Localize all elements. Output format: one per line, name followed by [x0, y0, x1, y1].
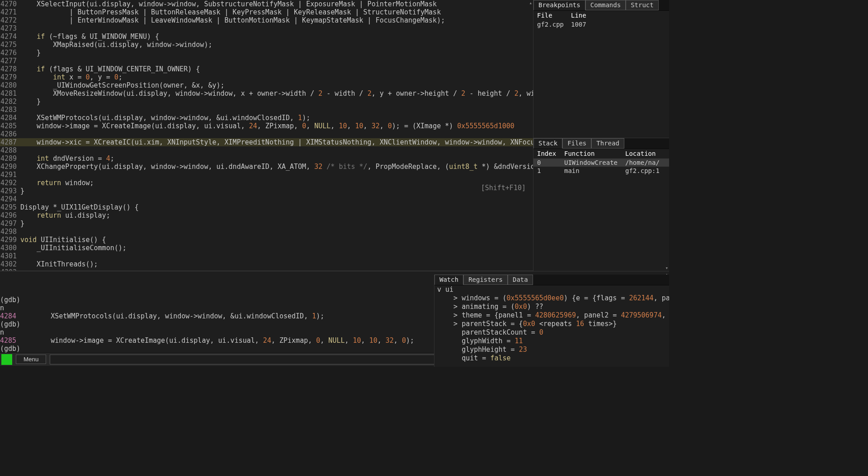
- watch-root[interactable]: v ui: [434, 285, 669, 294]
- line-number: 4291: [0, 171, 20, 179]
- code-line[interactable]: 4278 if (flags & UI_WINDOW_CENTER_IN_OWN…: [0, 65, 533, 73]
- line-number: 4274: [0, 33, 20, 41]
- tab-data[interactable]: Data: [508, 275, 533, 285]
- line-number: 4278: [0, 65, 20, 73]
- line-number: 4292: [0, 179, 20, 187]
- code-line[interactable]: 4285 window->image = XCreateImage(ui.dis…: [0, 122, 533, 130]
- code-line[interactable]: 4277: [0, 57, 533, 65]
- tab-commands[interactable]: Commands: [585, 0, 626, 10]
- line-number: 4275: [0, 41, 20, 49]
- scroll-down-icon[interactable]: ▾: [665, 265, 668, 271]
- code-line[interactable]: 4294: [0, 195, 533, 203]
- code-line[interactable]: 4290 XChangeProperty(ui.display, window-…: [0, 163, 533, 171]
- line-content: Display *_UIX11GetDisplay() {: [20, 203, 533, 211]
- code-line[interactable]: 4297}: [0, 219, 533, 228]
- tab-breakpoints[interactable]: Breakpoints: [533, 0, 585, 10]
- code-line[interactable]: 4274 if (~flags & UI_WINDOW_MENU) {: [0, 33, 533, 41]
- code-line[interactable]: 4295Display *_UIX11GetDisplay() {: [0, 203, 533, 211]
- code-line[interactable]: 4286: [0, 130, 533, 138]
- line-number: 4280: [0, 81, 20, 89]
- code-line[interactable]: 4301: [0, 252, 533, 260]
- breakpoints-header: File Line: [533, 11, 669, 20]
- code-line[interactable]: 4282 }: [0, 98, 533, 106]
- line-content: int x = 0, y = 0;: [20, 73, 533, 81]
- line-content: }: [20, 219, 533, 228]
- tab-struct[interactable]: Struct: [626, 0, 659, 10]
- watch-item[interactable]: quit = false: [434, 354, 669, 363]
- line-number: 4281: [0, 89, 20, 98]
- menu-button[interactable]: Menu: [16, 355, 46, 364]
- code-line[interactable]: 4289 int dndVersion = 4;: [0, 154, 533, 163]
- line-number: 4282: [0, 98, 20, 106]
- code-line[interactable]: 4293}: [0, 187, 533, 195]
- stack-frame-row[interactable]: 0UIWindowCreate/home/na/: [533, 159, 669, 167]
- line-content: XSetWMProtocols(ui.display, window->wind…: [20, 114, 533, 122]
- stack-frame-row[interactable]: 1maingf2.cpp:1: [533, 167, 669, 175]
- code-line[interactable]: 4302 XInitThreads();: [0, 260, 533, 268]
- line-number: 4272: [0, 16, 20, 24]
- code-line[interactable]: 4281 XMoveResizeWindow(ui.display, windo…: [0, 89, 533, 98]
- code-line[interactable]: 4276 }: [0, 49, 533, 57]
- code-line[interactable]: 4296 return ui.display;: [0, 211, 533, 219]
- line-number: 4289: [0, 154, 20, 163]
- line-number: 4279: [0, 73, 20, 81]
- code-line[interactable]: 4270 XSelectInput(ui.display, window->wi…: [0, 0, 533, 8]
- tab-watch[interactable]: Watch: [434, 275, 463, 285]
- col-function: Function: [564, 150, 625, 158]
- code-line[interactable]: 4287 window->xic = XCreateIC(ui.xim, XNI…: [0, 138, 533, 146]
- line-number: 4294: [0, 195, 20, 203]
- code-line[interactable]: 4275 XMapRaised(ui.display, window->wind…: [0, 41, 533, 49]
- line-number: 4298: [0, 228, 20, 236]
- code-line[interactable]: 4272 | EnterWindowMask | LeaveWindowMask…: [0, 16, 533, 24]
- watch-tabs: WatchRegistersData: [434, 275, 669, 285]
- line-number: 4300: [0, 244, 20, 252]
- tab-thread[interactable]: Thread: [591, 138, 624, 149]
- code-line[interactable]: 4292 return window;: [0, 179, 533, 187]
- line-number: 4296: [0, 211, 20, 219]
- line-content: _UIWindowGetScreenPosition(owner, &x, &y…: [20, 81, 533, 89]
- breakpoint-row[interactable]: gf2.cpp1007: [533, 20, 669, 29]
- line-content: window->image = XCreateImage(ui.display,…: [20, 122, 533, 130]
- scroll-up-icon[interactable]: ▴: [529, 0, 532, 6]
- code-line[interactable]: 4280 _UIWindowGetScreenPosition(owner, &…: [0, 81, 533, 89]
- watch-item[interactable]: > animating = (0x0) ??: [434, 303, 669, 311]
- line-content: return window;: [20, 179, 533, 187]
- line-number: 4301: [0, 252, 20, 260]
- tab-files[interactable]: Files: [562, 138, 591, 149]
- tab-stack[interactable]: Stack: [533, 138, 562, 149]
- code-line[interactable]: 4298: [0, 228, 533, 236]
- watch-item[interactable]: glyphHeight = 23: [434, 345, 669, 354]
- line-number: 4285: [0, 122, 20, 130]
- code-line[interactable]: 4284 XSetWMProtocols(ui.display, window-…: [0, 114, 533, 122]
- code-line[interactable]: 4291: [0, 171, 533, 179]
- watch-item[interactable]: glyphWidth = 11: [434, 337, 669, 345]
- code-line[interactable]: 4300 _UIInitialiseCommon();: [0, 244, 533, 252]
- code-line[interactable]: 4271 | ButtonPressMask | ButtonReleaseMa…: [0, 8, 533, 16]
- line-number: 4284: [0, 114, 20, 122]
- line-number: 4276: [0, 49, 20, 57]
- line-content: | EnterWindowMask | LeaveWindowMask | Bu…: [20, 16, 533, 24]
- watch-item[interactable]: > windows = (0x5555565d0ee0) {e = {flags…: [434, 294, 669, 303]
- code-line[interactable]: 4283: [0, 106, 533, 114]
- stack-header: Index Function Location: [533, 149, 669, 159]
- tab-registers[interactable]: Registers: [463, 275, 508, 285]
- code-line[interactable]: 4273: [0, 24, 533, 33]
- line-content: [20, 171, 533, 179]
- line-number: 4302: [0, 260, 20, 268]
- line-number: 4299: [0, 236, 20, 244]
- line-content: XMapRaised(ui.display, window->window);: [20, 41, 533, 49]
- code-line[interactable]: 4288: [0, 146, 533, 154]
- line-number: 4288: [0, 146, 20, 154]
- code-editor[interactable]: ▴ 4270 XSelectInput(ui.display, window->…: [0, 0, 533, 271]
- line-content: return ui.display;: [20, 211, 533, 219]
- code-line[interactable]: 4299void UIInitialise() {: [0, 236, 533, 244]
- watch-item[interactable]: parentStackCount = 0: [434, 328, 669, 337]
- code-line[interactable]: 4279 int x = 0, y = 0;: [0, 73, 533, 81]
- line-content: [20, 57, 533, 65]
- line-content: }: [20, 187, 533, 195]
- line-number: 4295: [0, 203, 20, 211]
- col-index: Index: [537, 150, 564, 158]
- watch-item[interactable]: > parentStack = {0x0 <repeats 16 times>}: [434, 320, 669, 328]
- watch-item[interactable]: > theme = {panel1 = 4280625969, panel2 =…: [434, 311, 669, 320]
- line-content: }: [20, 49, 533, 57]
